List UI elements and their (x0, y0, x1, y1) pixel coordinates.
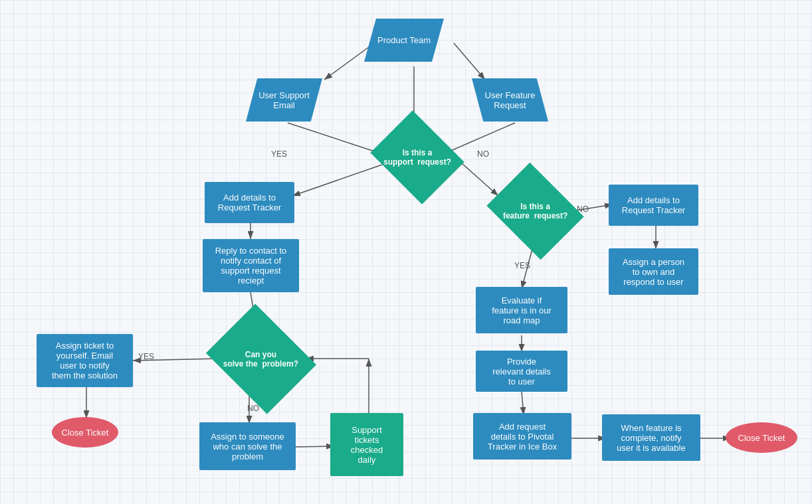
when-feature-node: When feature iscomplete, notifyuser it i… (602, 414, 700, 461)
close-ticket-2-node: Close Ticket (726, 422, 797, 453)
close-ticket-1-node: Close Ticket (52, 417, 118, 448)
flowchart: YES NO YES NO NO YES Product Team User S… (0, 0, 812, 504)
label-yes1: YES (271, 149, 287, 159)
assign-someone-node: Assign to someonewho can solve theproble… (199, 422, 296, 470)
product-team-node: Product Team (364, 19, 444, 62)
provide-details-node: Providerelevant detailsto user (476, 351, 567, 392)
assign-ticket-node: Assign ticket toyourself. Emailuser to n… (37, 334, 133, 387)
label-yes3: YES (514, 261, 530, 270)
reply-contact-node: Reply to contact tonotify contact ofsupp… (203, 239, 299, 292)
is-feature-request-diamond: Is this afeature request? (486, 163, 583, 260)
add-details-rt1-node: Add details toRequest Tracker (205, 182, 294, 223)
evaluate-feature-node: Evaluate iffeature is in ourroad map (476, 287, 567, 333)
assign-person-node: Assign a personto own andrespond to user (609, 248, 698, 295)
svg-line-20 (522, 392, 524, 415)
svg-line-6 (292, 165, 382, 196)
add-pivotal-node: Add requestdetails to PivotalTracker in … (473, 413, 571, 460)
support-tickets-node: Supportticketscheckeddaily (330, 413, 403, 476)
can-you-solve-diamond: Can yousolve the problem? (206, 303, 316, 414)
user-feature-request-node: User FeatureRequest (472, 78, 548, 122)
user-support-email-node: User SupportEmail (246, 78, 322, 122)
svg-line-3 (454, 43, 485, 80)
svg-line-12 (296, 446, 334, 447)
add-details-rt2-node: Add details toRequest Tracker (609, 185, 698, 226)
is-support-request-diamond: Is this asupport request? (370, 110, 464, 204)
label-no1: NO (477, 149, 489, 159)
label-no2: NO (247, 404, 259, 413)
label-yes2: YES (138, 352, 154, 361)
